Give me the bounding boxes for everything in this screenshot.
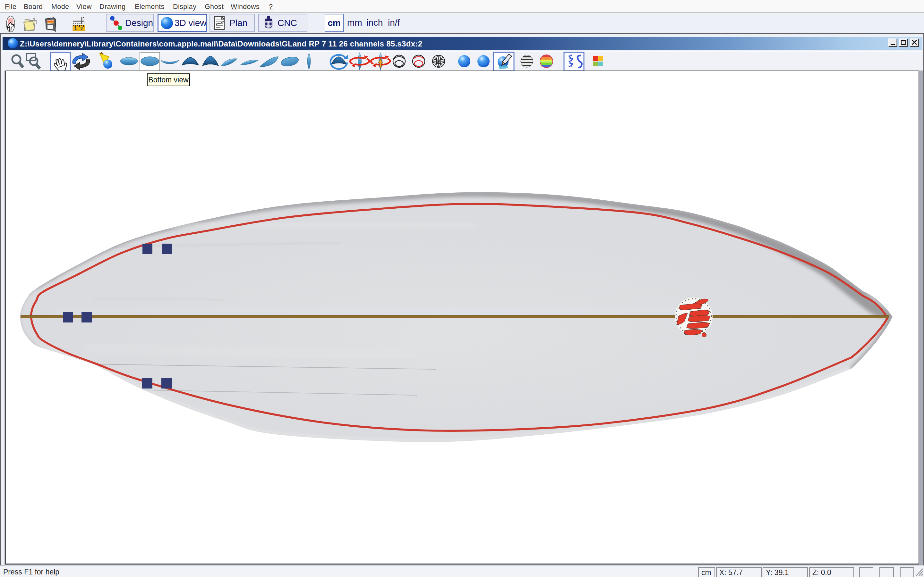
svg-text:1: 1	[74, 26, 77, 31]
svg-text:0: 0	[81, 26, 83, 31]
